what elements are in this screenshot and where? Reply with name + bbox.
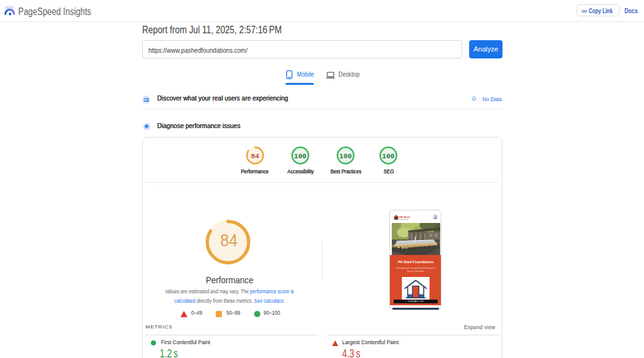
svg-text:100: 100 [340,153,352,160]
svg-text:FOUNDATIONS: FOUNDATIONS [399,219,409,220]
svg-text:84: 84 [251,153,260,160]
svg-text:100: 100 [294,153,307,160]
svg-text:100: 100 [382,153,395,160]
